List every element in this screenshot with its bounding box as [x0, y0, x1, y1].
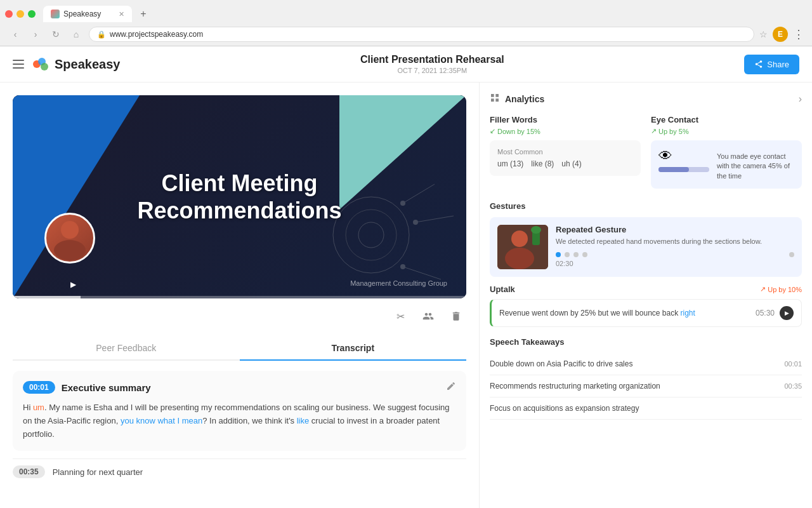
svg-rect-13 [54, 240, 86, 260]
filler-word-um[interactable]: um [33, 403, 44, 412]
uptalk-play-button[interactable]: ▶ [780, 306, 794, 320]
back-button[interactable]: ‹ [8, 27, 23, 42]
app-header: Speakeasy Client Presentation Rehearsal … [0, 46, 812, 83]
uptalk-trend-arrow: ↗ [760, 285, 766, 293]
gesture-thumbnail [497, 225, 548, 269]
hamburger-menu[interactable] [13, 60, 24, 69]
share-label: Share [767, 60, 789, 69]
uptalk-trend: ↗ Up by 10% [760, 285, 802, 293]
tab-close-button[interactable]: ✕ [119, 10, 124, 18]
takeaway-item-1[interactable]: Double down on Asia Pacific to drive sal… [490, 353, 802, 375]
transcript-text: Hi um. My name is Esha and I will be pre… [23, 401, 456, 441]
share-button[interactable]: Share [744, 55, 799, 74]
tab-title: Speakeasy [63, 10, 101, 18]
section-title: Executive summary [62, 382, 440, 393]
speech-takeaways-heading: Speech Takeaways [490, 337, 802, 347]
eye-contact-col: Eye Contact ↗ Up by 5% 👁 You made eye co… [651, 115, 802, 189]
eye-trend-label: Up by 5% [658, 128, 689, 135]
filler-words-col: Filler Words ↙ Down by 15% Most Common u… [490, 115, 641, 189]
trend-down-arrow: ↙ [490, 127, 495, 135]
right-panel: Analytics › Filler Words ↙ Down by 15% M… [479, 83, 812, 508]
user-avatar-chrome[interactable]: E [773, 27, 788, 42]
gesture-desc: We detected repeated hand movements duri… [556, 237, 794, 246]
transcript-header: 00:01 Executive summary [23, 381, 456, 394]
gesture-dots [556, 252, 794, 257]
delete-button[interactable] [446, 306, 466, 326]
hamburger-line [13, 67, 24, 69]
lock-icon: 🔒 [97, 30, 106, 39]
tab-transcript[interactable]: Transcript [240, 337, 467, 361]
share-users-button[interactable] [418, 306, 438, 326]
filler-word-like[interactable]: like [297, 416, 310, 425]
gesture-thumb-svg [497, 225, 548, 269]
gesture-info: Repeated Gesture We detected repeated ha… [556, 225, 794, 269]
traffic-lights [5, 10, 36, 18]
tab-bar: Speakeasy ✕ + [0, 0, 812, 23]
slide-title-line1: Client Meeting [161, 170, 317, 196]
edit-button[interactable] [446, 381, 456, 394]
filler-trend-label: Down by 15% [497, 128, 540, 135]
filler-phrase[interactable]: you know what I mean [121, 416, 202, 425]
page-subtitle: OCT 7, 2021 12:35PM [120, 67, 744, 74]
more-menu-button[interactable]: ⋮ [793, 27, 804, 41]
svg-point-15 [511, 231, 528, 247]
new-tab-button[interactable]: + [134, 5, 152, 23]
close-button[interactable] [5, 10, 13, 18]
takeaway-text-3: Focus on acquisitions as expansion strat… [490, 404, 802, 413]
users-icon [422, 311, 434, 322]
url-text: www.projectspeakeasy.com [110, 30, 203, 39]
uptalk-header: Uptalk ↗ Up by 10% [490, 284, 802, 294]
tab-peer-feedback[interactable]: Peer Feedback [13, 337, 240, 361]
slide-triangle-blue [13, 95, 140, 298]
analytics-grid-icon [490, 93, 500, 105]
scissors-button[interactable]: ✂ [390, 306, 410, 326]
gesture-dot-1[interactable] [556, 252, 561, 257]
svg-line-7 [416, 216, 454, 222]
expand-icon[interactable]: › [799, 93, 802, 105]
active-tab[interactable]: Speakeasy ✕ [43, 6, 132, 22]
filler-words-trend: ↙ Down by 15% [490, 127, 641, 135]
logo-text: Speakeasy [55, 57, 120, 72]
timestamp-badge-gray: 00:35 [13, 465, 45, 478]
eye-icon-col: 👁 [658, 148, 709, 172]
svg-point-11 [400, 264, 405, 269]
main-content: Client Meeting Recommendations Managemen… [0, 83, 812, 508]
logo[interactable]: Speakeasy [32, 55, 120, 73]
slide-subtitle-text: Management Consulting Group [350, 279, 447, 287]
gesture-dot-2[interactable] [565, 252, 570, 257]
gesture-dot-4[interactable] [582, 252, 587, 257]
slide-title: Client Meeting Recommendations [137, 170, 341, 224]
filler-card: Most Common um (13) like (8) uh (4) [490, 140, 641, 176]
minimize-button[interactable] [16, 10, 24, 18]
takeaway-item-2[interactable]: Recommends restructuring marketing organ… [490, 375, 802, 398]
text-normal: Hi [23, 403, 33, 412]
logo-icon [32, 55, 49, 73]
svg-point-18 [531, 226, 541, 234]
takeaway-item-3[interactable]: Focus on acquisitions as expansion strat… [490, 398, 802, 420]
left-panel: Client Meeting Recommendations Managemen… [0, 83, 479, 508]
maximize-button[interactable] [28, 10, 36, 18]
filler-uh: uh (4) [561, 159, 581, 168]
tab-bar-content: Peer Feedback Transcript [13, 337, 466, 361]
uptalk-highlight-word: right [681, 309, 695, 318]
reload-button[interactable]: ↻ [48, 27, 63, 42]
home-button[interactable]: ⌂ [69, 27, 84, 42]
video-slide: Client Meeting Recommendations Managemen… [13, 95, 466, 298]
forward-button[interactable]: › [28, 27, 43, 42]
gesture-dot-3[interactable] [573, 252, 579, 257]
bookmark-icon[interactable]: ☆ [759, 29, 768, 39]
takeaway-time-2: 00:35 [784, 382, 802, 390]
analytics-header: Analytics › [490, 93, 802, 105]
play-button[interactable]: ▶ [67, 278, 79, 291]
video-progress-bar[interactable] [13, 296, 466, 298]
uptalk-section: Uptalk ↗ Up by 10% Revenue went down by … [490, 284, 802, 327]
svg-point-3 [333, 197, 409, 273]
eye-contact-fill [658, 167, 689, 172]
url-input[interactable]: 🔒 www.projectspeakeasy.com [89, 27, 754, 42]
video-container: Client Meeting Recommendations Managemen… [13, 95, 466, 298]
gesture-dot-5[interactable] [789, 252, 794, 257]
transcript-item-text: Planning for next quarter [53, 467, 143, 477]
slide-title-line2: Recommendations [137, 197, 341, 224]
logo-svg [32, 55, 49, 73]
gesture-card: Repeated Gesture We detected repeated ha… [490, 217, 802, 277]
